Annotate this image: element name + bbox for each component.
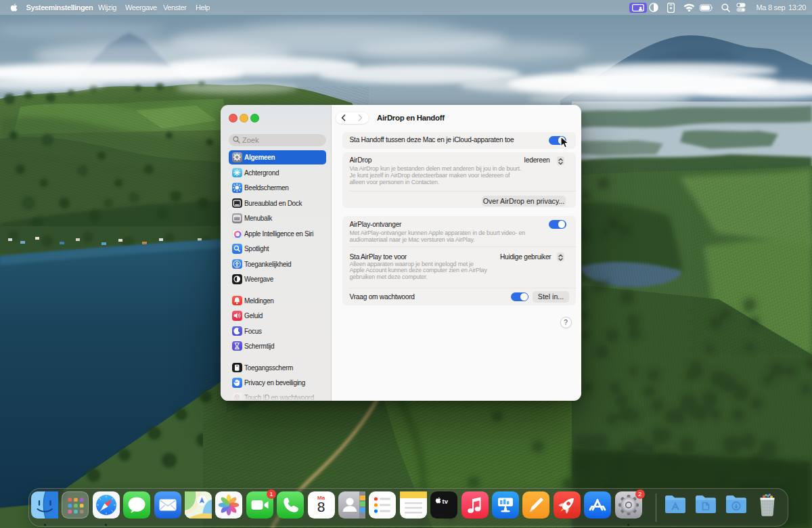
- svg-text:tv: tv: [443, 498, 449, 505]
